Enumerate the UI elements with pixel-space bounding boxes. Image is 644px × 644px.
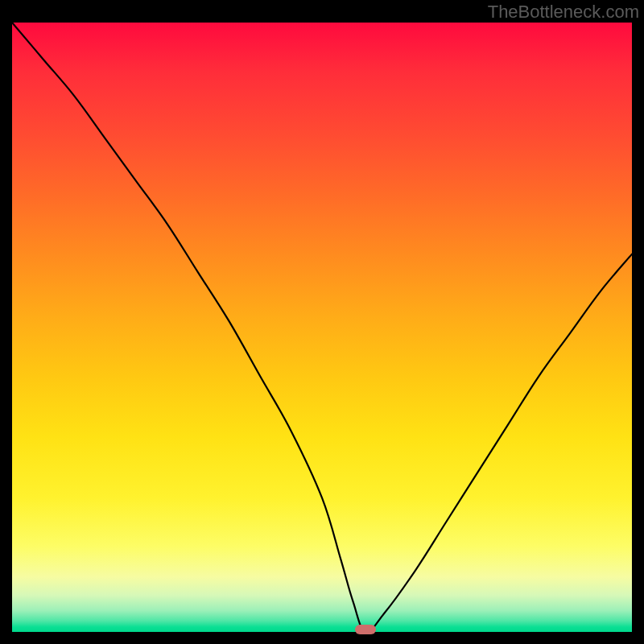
chart-area xyxy=(12,23,632,632)
bottleneck-curve xyxy=(12,23,632,632)
watermark-text: TheBottleneck.com xyxy=(488,2,639,23)
optimum-marker xyxy=(355,625,376,634)
